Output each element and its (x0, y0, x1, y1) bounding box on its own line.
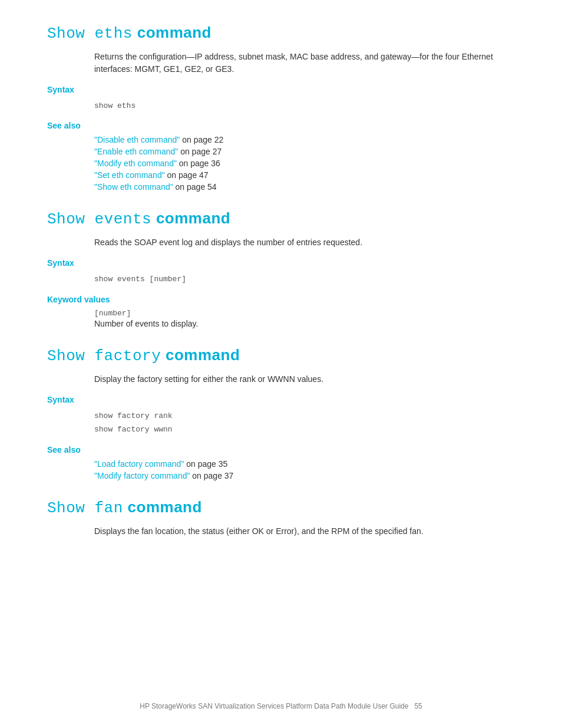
code-line: show factory rank (94, 409, 515, 423)
section-description-show-factory: Display the factory setting for either t… (94, 373, 515, 386)
section-title-mono-show-fan: Show fan (47, 499, 123, 517)
page-footer: HP StorageWorks SAN Virtualization Servi… (0, 702, 562, 710)
subsection-label-show-eths-0: Syntax (47, 85, 515, 94)
subsection-label-show-events-0: Syntax (47, 258, 515, 268)
section-title-show-eths: Show eths command (47, 24, 515, 42)
subsection-label-show-factory-0: Syntax (47, 395, 515, 404)
section-show-events: Show events commandReads the SOAP event … (47, 209, 515, 328)
subsection-label-show-factory-1: See also (47, 445, 515, 454)
section-description-show-eths: Returns the configuration—IP address, su… (94, 51, 515, 75)
see-also-list-show-factory: "Load factory command" on page 35"Modify… (94, 459, 515, 480)
see-also-link-show-factory-1[interactable]: "Modify factory command" on page 37 (94, 471, 515, 480)
see-also-link-text: "Modify eth command" (94, 159, 177, 168)
see-also-link-suffix: on page 22 (180, 135, 223, 144)
see-also-link-suffix: on page 35 (184, 459, 227, 469)
see-also-link-text: "Set eth command" (94, 170, 165, 180)
see-also-link-suffix: on page 37 (190, 471, 233, 480)
see-also-link-text: "Enable eth command" (94, 147, 178, 156)
section-show-eths: Show eths commandReturns the configurati… (47, 24, 515, 192)
keyword-item-show-events-0: [number]Number of events to display. (94, 309, 515, 328)
keyword-code: [number] (94, 309, 515, 318)
section-title-bold-show-eths: command (137, 24, 211, 41)
subsection-label-show-eths-1: See also (47, 121, 515, 130)
section-title-mono-show-eths: Show eths (47, 25, 133, 42)
see-also-link-suffix: on page 47 (165, 170, 209, 180)
footer-page: 55 (414, 702, 422, 710)
code-line: show events [number] (94, 272, 515, 286)
see-also-link-show-factory-0[interactable]: "Load factory command" on page 35 (94, 459, 515, 469)
see-also-link-text: "Show eth command" (94, 182, 173, 192)
see-also-link-text: "Modify factory command" (94, 471, 190, 480)
section-title-mono-show-events: Show events (47, 210, 151, 228)
keyword-desc: Number of events to display. (94, 319, 198, 328)
see-also-link-text: "Disable eth command" (94, 135, 180, 144)
syntax-code-show-eths: show eths (94, 99, 515, 113)
code-line: show eths (94, 99, 515, 113)
syntax-code-show-events: show events [number] (94, 272, 515, 286)
page-content: Show eths commandReturns the configurati… (47, 24, 515, 538)
section-title-show-factory: Show factory command (47, 346, 515, 365)
section-description-show-fan: Displays the fan location, the status (e… (94, 525, 515, 538)
see-also-list-show-eths: "Disable eth command" on page 22"Enable … (94, 135, 515, 192)
section-description-show-events: Reads the SOAP event log and displays th… (94, 236, 515, 249)
see-also-link-suffix: on page 27 (178, 147, 222, 156)
code-line: show factory wwnn (94, 423, 515, 436)
section-title-show-fan: Show fan command (47, 498, 515, 517)
see-also-link-suffix: on page 36 (177, 159, 220, 168)
section-title-mono-show-factory: Show factory (47, 347, 161, 365)
syntax-code-show-factory: show factory rankshow factory wwnn (94, 409, 515, 437)
see-also-link-text: "Load factory command" (94, 459, 184, 469)
section-title-show-events: Show events command (47, 209, 515, 228)
see-also-link-suffix: on page 54 (173, 182, 217, 192)
section-show-fan: Show fan commandDisplays the fan locatio… (47, 498, 515, 538)
see-also-link-show-eths-4[interactable]: "Show eth command" on page 54 (94, 182, 515, 192)
see-also-link-show-eths-3[interactable]: "Set eth command" on page 47 (94, 170, 515, 180)
section-title-bold-show-factory: command (166, 346, 240, 364)
section-show-factory: Show factory commandDisplay the factory … (47, 346, 515, 480)
see-also-link-show-eths-2[interactable]: "Modify eth command" on page 36 (94, 159, 515, 168)
section-title-bold-show-events: command (156, 209, 230, 227)
see-also-link-show-eths-0[interactable]: "Disable eth command" on page 22 (94, 135, 515, 144)
footer-text: HP StorageWorks SAN Virtualization Servi… (140, 702, 408, 710)
see-also-link-show-eths-1[interactable]: "Enable eth command" on page 27 (94, 147, 515, 156)
subsection-label-show-events-1: Keyword values (47, 295, 515, 304)
section-title-bold-show-fan: command (128, 498, 202, 516)
